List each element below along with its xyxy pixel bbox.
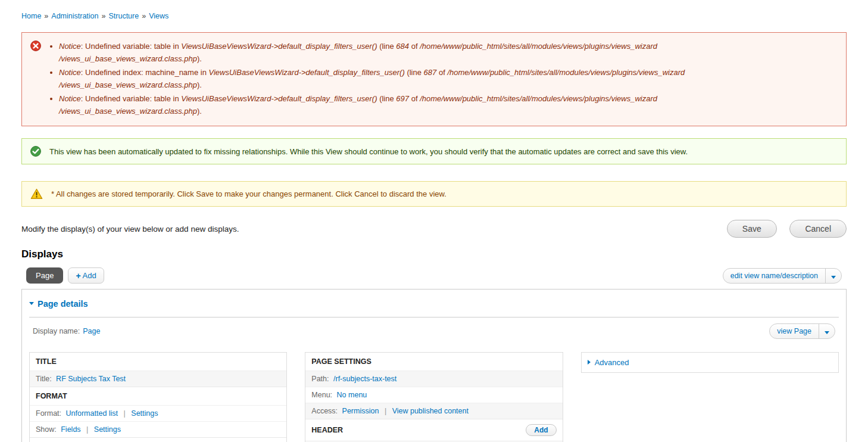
breadcrumb-administration[interactable]: Administration — [51, 12, 98, 20]
breadcrumb-views[interactable]: Views — [149, 12, 168, 20]
chevron-down-icon — [825, 331, 829, 334]
error-text: of — [411, 42, 418, 51]
display-settings-panel: Page details Display name: Page view Pag… — [21, 289, 847, 442]
breadcrumb: Home»Administration»Structure»Views — [21, 12, 847, 20]
format-row: Format: Unformatted list | Settings — [30, 405, 286, 421]
view-page-dropdown[interactable] — [819, 324, 835, 338]
error-notice-1: Notice: Undefined variable: table in Vie… — [59, 40, 767, 65]
show-label: Show: — [36, 425, 57, 434]
edit-view-name-button[interactable]: edit view name/description — [723, 268, 842, 284]
breadcrumb-separator: » — [102, 12, 106, 20]
checkmark-icon — [30, 146, 41, 157]
view-page-button[interactable]: view Page — [769, 323, 835, 339]
error-text: : Undefined variable: table in — [81, 42, 181, 51]
header-header-label: HEADER — [311, 426, 343, 434]
plus-icon: + — [76, 272, 80, 279]
access-row: Access: Permission | View published cont… — [305, 403, 562, 419]
menu-label: Menu: — [311, 391, 332, 399]
displays-tab-bar: Page +Add edit view name/description — [21, 265, 847, 289]
error-file-name: /views_ui_base_views_wizard.class.php — [59, 80, 197, 89]
display-name-link[interactable]: Page — [83, 327, 100, 335]
access-permission-link[interactable]: Permission — [342, 407, 379, 415]
error-list: Notice: Undefined variable: table in Vie… — [48, 40, 836, 117]
error-notice-3: Notice: Undefined variable: table in Vie… — [59, 92, 767, 117]
breadcrumb-home[interactable]: Home — [21, 12, 41, 20]
error-file-path: /home/www/public_html/sites/all/modules/… — [420, 42, 657, 51]
format-header-label: FORMAT — [36, 392, 67, 400]
path-value-link[interactable]: /rf-subjects-tax-test — [333, 375, 396, 383]
chevron-down-icon — [831, 276, 836, 279]
save-button[interactable]: Save — [727, 220, 777, 238]
error-text: ). — [197, 80, 202, 89]
header-section-header: HEADER Add — [305, 419, 562, 441]
error-text: (line — [379, 94, 394, 103]
breadcrumb-separator: » — [142, 12, 146, 20]
path-row: Path: /rf-subjects-tax-test — [305, 371, 562, 387]
notice-label: Notice — [59, 94, 81, 103]
format-settings-link[interactable]: Settings — [131, 409, 158, 418]
views-admin-page: Home»Administration»Structure»Views Noti… — [0, 0, 868, 442]
title-row: Title: RF Subjects Tax Test — [30, 371, 286, 387]
format-label: Format: — [36, 409, 61, 418]
menu-value-link[interactable]: No menu — [337, 391, 367, 399]
title-header-label: TITLE — [36, 357, 57, 366]
page-details-toggle[interactable]: Page details — [29, 299, 88, 309]
error-line-number: 687 — [424, 68, 437, 77]
settings-columns: TITLE Title: RF Subjects Tax Test FORMAT… — [29, 352, 839, 442]
format-section-header: FORMAT — [30, 387, 286, 405]
show-value-link[interactable]: Fields — [61, 425, 80, 434]
error-icon — [30, 41, 41, 53]
tab-page-display[interactable]: Page — [26, 267, 63, 284]
status-message-box: This view has been automatically updated… — [21, 138, 847, 164]
menu-row: Menu: No menu — [305, 387, 562, 403]
cancel-button[interactable]: Cancel — [789, 220, 847, 238]
breadcrumb-structure[interactable]: Structure — [108, 12, 139, 20]
displays-heading: Displays — [21, 248, 847, 260]
error-file-name: /views_ui_base_views_wizard.class.php — [59, 107, 197, 116]
error-file-path: /home/www/public_html/sites/all/modules/… — [420, 94, 657, 103]
title-section-header: TITLE — [30, 353, 286, 371]
edit-view-name-dropdown[interactable] — [825, 269, 841, 283]
error-text: (line — [407, 68, 421, 77]
breadcrumb-separator: » — [44, 12, 48, 20]
format-value-link[interactable]: Unformatted list — [66, 409, 118, 418]
error-text: ). — [197, 107, 202, 116]
access-label: Access: — [311, 407, 338, 415]
show-settings-link[interactable]: Settings — [94, 425, 121, 434]
error-line-number: 684 — [396, 42, 409, 51]
error-text: (line — [379, 42, 394, 51]
display-name-row: Display name: Page view Page — [29, 317, 839, 346]
error-text: of — [439, 68, 445, 77]
error-function: ViewsUiBaseViewsWizard->default_display_… — [209, 68, 405, 77]
access-view-published-link[interactable]: View published content — [392, 407, 469, 415]
status-message-text: This view has been automatically updated… — [49, 147, 688, 156]
column-title-format-fields: TITLE Title: RF Subjects Tax Test FORMAT… — [29, 352, 287, 442]
header-add-button[interactable]: Add — [526, 424, 556, 436]
error-text: ). — [197, 54, 202, 63]
view-page-label: view Page — [770, 325, 819, 338]
edit-view-name-label: edit view name/description — [723, 269, 825, 282]
pipe-separator: | — [124, 409, 126, 418]
notice-label: Notice — [59, 68, 81, 77]
path-label: Path: — [311, 375, 329, 383]
add-display-button[interactable]: +Add — [68, 267, 104, 284]
display-name-label: Display name: — [33, 327, 80, 335]
error-file-name: /views_ui_base_views_wizard.class.php — [59, 54, 197, 63]
expand-triangle-icon — [588, 360, 591, 365]
error-function: ViewsUiBaseViewsWizard->default_display_… — [181, 42, 377, 51]
page-settings-header-label: PAGE SETTINGS — [311, 357, 371, 366]
form-actions: Save Cancel — [716, 220, 847, 238]
title-value-link[interactable]: RF Subjects Tax Test — [56, 375, 126, 383]
error-text: : Undefined index: machine_name in — [81, 68, 209, 77]
modify-displays-text: Modify the display(s) of your view below… — [21, 225, 239, 234]
warning-message-box: * All changes are stored temporarily. Cl… — [21, 181, 847, 207]
error-notice-2: Notice: Undefined index: machine_name in… — [59, 66, 767, 91]
advanced-toggle[interactable]: Advanced — [582, 353, 838, 372]
column-page-settings: PAGE SETTINGS Path: /rf-subjects-tax-tes… — [305, 352, 563, 442]
warning-message-text: * All changes are stored temporarily. Cl… — [51, 189, 447, 198]
title-label: Title: — [36, 375, 52, 383]
page-details-label: Page details — [38, 299, 88, 309]
pipe-separator: | — [385, 407, 386, 415]
show-row: Show: Fields | Settings — [30, 421, 286, 437]
header-add-label: Add — [526, 425, 555, 435]
